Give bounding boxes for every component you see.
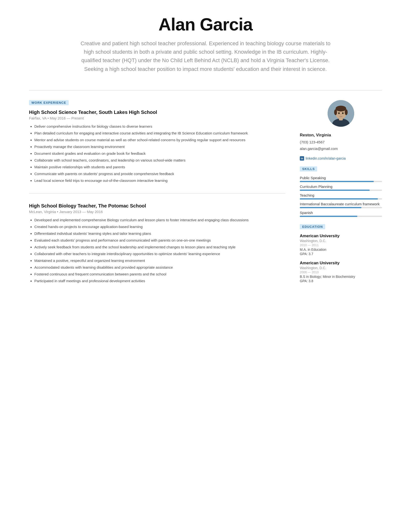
job-divider [29,193,285,193]
resume-header: Alan Garcia Creative and patient high sc… [29,15,382,81]
skill-bar-fill-2 [300,198,378,200]
linkedin-icon: in [300,156,304,161]
bullet-2-10: Participated in staff meetings and profe… [34,278,285,284]
skill-bar-bg-4 [300,216,382,217]
edu-gpa-0: GPA: 3.7 [300,252,382,256]
bullet-2-2: Created hands-on projects to encourage a… [34,224,285,230]
skill-row-2: Teaching [300,193,382,200]
skill-name-3: International Baccalaureate curriculum f… [300,202,382,206]
skill-bar-fill-3 [300,207,361,208]
skill-bar-fill-4 [300,216,357,217]
contact-info: Reston, Virginia (703) 123-4567 alan.gar… [300,132,382,152]
bullet-1-2: Plan detailed curriculum for engaging an… [34,130,285,136]
contact-email: alan.garcia@gmail.com [300,145,382,152]
skill-name-2: Teaching [300,193,382,197]
job-title-2: High School Biology Teacher, The Potomac… [29,203,285,209]
left-column: WORK EXPERIENCE High School Science Teac… [29,100,285,291]
edu-location-0: Washington, D.C. [300,239,382,243]
edu-block-0: American University Washington, D.C. 201… [300,234,382,256]
job-title-1: High School Science Teacher, South Lakes… [29,110,285,115]
avatar-wrapper [300,100,382,127]
bullet-2-4: Evaluated each students' progress and pe… [34,238,285,243]
linkedin-row: in linkedin.com/in/alan-garcia [300,156,382,161]
avatar-image [327,100,354,127]
skill-bar-bg-0 [300,181,382,182]
bullet-2-3: Differentiated individual students' lear… [34,231,285,237]
skill-row-0: Public Speaking [300,176,382,182]
header-divider [29,90,382,90]
bullet-1-1: Deliver comprehensive instructions for b… [34,124,285,129]
edu-year-1: 2006 — 2010 [300,270,382,274]
linkedin-url: linkedin.com/in/alan-garcia [306,156,346,160]
bullet-1-5: Document student grades and evaluation o… [34,151,285,156]
edu-school-1: American University [300,261,382,266]
skill-bar-fill-0 [300,181,374,182]
edu-block-1: American University Washington, D.C. 200… [300,261,382,283]
svg-point-8 [342,112,344,114]
bullet-2-5: Actively seek feedback from students and… [34,244,285,250]
bullet-1-9: Lead local science field trips to encour… [34,178,285,183]
skill-bar-bg-2 [300,198,382,200]
job-bullets-1: Deliver comprehensive instructions for b… [29,124,285,183]
svg-point-5 [334,109,337,115]
edu-location-1: Washington, D.C. [300,266,382,270]
job-meta-1: Fairfax, VA • May 2016 — Present [29,116,285,120]
bullet-2-6: Collaborated with other teachers to inte… [34,251,285,257]
job-block-1: High School Science Teacher, South Lakes… [29,110,285,183]
skill-name-1: Curriculum Planning [300,184,382,189]
skill-name-4: Spanish [300,211,382,215]
job-block-2: High School Biology Teacher, The Potomac… [29,203,285,284]
skills-section: SKILLS Public Speaking Curriculum Planni… [300,166,382,217]
right-column: Reston, Virginia (703) 123-4567 alan.gar… [300,100,382,291]
skill-row-3: International Baccalaureate curriculum f… [300,202,382,208]
skill-row-1: Curriculum Planning [300,184,382,191]
skill-row-4: Spanish [300,211,382,217]
skills-label: SKILLS [300,166,317,171]
education-section: EDUCATION American University Washington… [300,224,382,283]
bullet-2-1: Developed and implemented comprehensive … [34,217,285,223]
bullet-1-4: Proactively manage the classroom learnin… [34,144,285,150]
svg-point-9 [340,114,341,115]
svg-point-6 [345,109,348,115]
bullet-2-7: Maintained a positive, respectful and or… [34,258,285,264]
candidate-summary: Creative and patient high school teacher… [79,39,332,73]
education-label: EDUCATION [300,224,325,229]
bullet-1-3: Mentor and advise students on course mat… [34,137,285,143]
contact-city: Reston, Virginia [300,132,382,139]
candidate-name: Alan Garcia [29,15,382,34]
edu-school-0: American University [300,234,382,238]
edu-gpa-1: GPA: 3.8 [300,279,382,283]
bullet-1-6: Collaborate with school teachers, coordi… [34,157,285,163]
bullet-2-9: Fostered continuous and frequent communi… [34,271,285,277]
avatar [327,100,354,127]
skill-bar-bg-1 [300,190,382,191]
svg-point-4 [336,106,346,112]
edu-degree-0: M.A. in Education [300,248,382,251]
bullet-1-8: Communicate with parents on students' pr… [34,171,285,177]
contact-phone: (703) 123-4567 [300,139,382,145]
svg-point-7 [338,112,340,114]
main-layout: WORK EXPERIENCE High School Science Teac… [29,100,382,291]
skill-name-0: Public Speaking [300,176,382,180]
bullet-2-8: Accommodated students with learning disa… [34,265,285,270]
job-meta-2: McLean, Virginia • January 2013 — May 20… [29,210,285,214]
skill-bar-fill-1 [300,190,370,191]
edu-year-0: 2010 — 2011 [300,243,382,247]
bullet-1-7: Maintain positive relationships with stu… [34,164,285,170]
job-bullets-2: Developed and implemented comprehensive … [29,217,285,284]
skill-bar-bg-3 [300,207,382,208]
edu-degree-1: B.S in Biology; Minor in Biochemistry [300,275,382,279]
work-experience-label: WORK EXPERIENCE [29,100,69,105]
